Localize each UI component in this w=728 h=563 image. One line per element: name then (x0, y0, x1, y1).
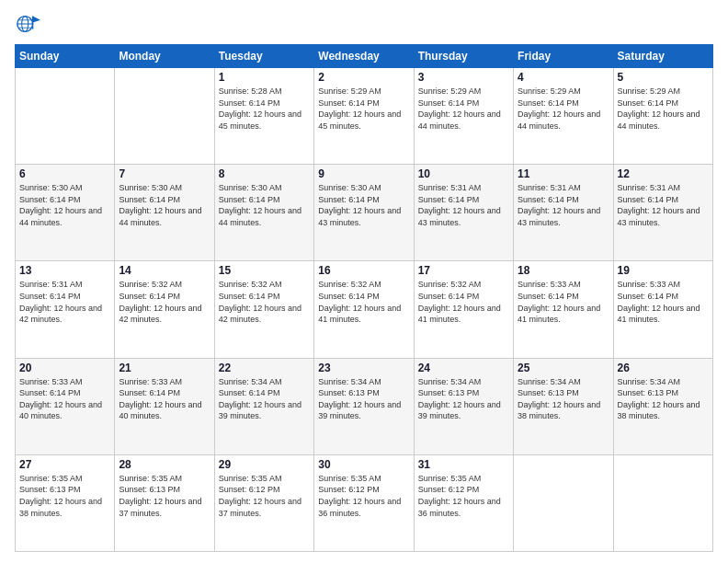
day-number: 2 (318, 71, 409, 84)
day-number: 14 (119, 264, 210, 277)
day-info: Sunrise: 5:31 AMSunset: 6:14 PMDaylight:… (19, 279, 110, 325)
calendar-cell: 26Sunrise: 5:34 AMSunset: 6:13 PMDayligh… (613, 358, 712, 454)
day-number: 29 (219, 458, 310, 471)
day-info: Sunrise: 5:32 AMSunset: 6:14 PMDaylight:… (219, 279, 310, 325)
calendar-table: SundayMondayTuesdayWednesdayThursdayFrid… (15, 44, 713, 552)
calendar-header-row: SundayMondayTuesdayWednesdayThursdayFrid… (16, 45, 713, 68)
logo-icon (15, 11, 40, 37)
calendar-day-header: Tuesday (214, 45, 313, 68)
day-info: Sunrise: 5:30 AMSunset: 6:14 PMDaylight:… (318, 182, 409, 228)
day-info: Sunrise: 5:34 AMSunset: 6:14 PMDaylight:… (219, 376, 310, 422)
calendar-week-row: 27Sunrise: 5:35 AMSunset: 6:13 PMDayligh… (16, 454, 713, 551)
svg-rect-7 (32, 17, 33, 29)
day-number: 22 (219, 362, 310, 374)
calendar-cell (115, 68, 214, 165)
day-info: Sunrise: 5:33 AMSunset: 6:14 PMDaylight:… (119, 376, 210, 422)
day-number: 21 (119, 362, 210, 374)
day-number: 27 (19, 458, 110, 471)
calendar-cell: 23Sunrise: 5:34 AMSunset: 6:13 PMDayligh… (314, 358, 414, 454)
calendar-cell: 15Sunrise: 5:32 AMSunset: 6:14 PMDayligh… (214, 261, 313, 358)
day-number: 7 (119, 167, 210, 180)
day-info: Sunrise: 5:30 AMSunset: 6:14 PMDaylight:… (219, 182, 310, 228)
day-number: 24 (418, 362, 509, 374)
day-info: Sunrise: 5:28 AMSunset: 6:14 PMDaylight:… (219, 86, 310, 132)
day-number: 1 (219, 71, 310, 84)
calendar-cell: 11Sunrise: 5:31 AMSunset: 6:14 PMDayligh… (514, 165, 613, 261)
day-number: 31 (418, 458, 509, 471)
day-number: 15 (219, 264, 310, 277)
day-info: Sunrise: 5:29 AMSunset: 6:14 PMDaylight:… (518, 86, 609, 132)
day-number: 26 (618, 362, 709, 374)
day-info: Sunrise: 5:29 AMSunset: 6:14 PMDaylight:… (318, 86, 409, 132)
calendar-cell: 22Sunrise: 5:34 AMSunset: 6:14 PMDayligh… (214, 358, 313, 454)
calendar-cell: 25Sunrise: 5:34 AMSunset: 6:13 PMDayligh… (514, 358, 613, 454)
calendar-cell: 16Sunrise: 5:32 AMSunset: 6:14 PMDayligh… (314, 261, 414, 358)
day-info: Sunrise: 5:35 AMSunset: 6:13 PMDaylight:… (119, 473, 210, 519)
day-info: Sunrise: 5:33 AMSunset: 6:14 PMDaylight:… (518, 279, 609, 325)
day-number: 16 (318, 264, 409, 277)
day-number: 8 (219, 167, 310, 180)
day-number: 25 (518, 362, 609, 374)
calendar-day-header: Friday (514, 45, 613, 68)
calendar-cell: 12Sunrise: 5:31 AMSunset: 6:14 PMDayligh… (613, 165, 712, 261)
page: SundayMondayTuesdayWednesdayThursdayFrid… (0, 0, 728, 563)
day-info: Sunrise: 5:32 AMSunset: 6:14 PMDaylight:… (318, 279, 409, 325)
day-number: 11 (518, 167, 609, 180)
calendar-cell: 14Sunrise: 5:32 AMSunset: 6:14 PMDayligh… (115, 261, 214, 358)
day-info: Sunrise: 5:35 AMSunset: 6:12 PMDaylight:… (418, 473, 509, 519)
day-number: 19 (618, 264, 709, 277)
calendar-day-header: Thursday (414, 45, 513, 68)
day-number: 23 (318, 362, 409, 374)
day-number: 30 (318, 458, 409, 471)
day-info: Sunrise: 5:32 AMSunset: 6:14 PMDaylight:… (119, 279, 210, 325)
calendar-cell: 6Sunrise: 5:30 AMSunset: 6:14 PMDaylight… (16, 165, 115, 261)
calendar-cell (16, 68, 115, 165)
calendar-cell (514, 454, 613, 551)
day-info: Sunrise: 5:34 AMSunset: 6:13 PMDaylight:… (418, 376, 509, 422)
calendar-cell: 24Sunrise: 5:34 AMSunset: 6:13 PMDayligh… (414, 358, 513, 454)
day-number: 28 (119, 458, 210, 471)
day-number: 10 (418, 167, 509, 180)
calendar-cell: 27Sunrise: 5:35 AMSunset: 6:13 PMDayligh… (16, 454, 115, 551)
calendar-cell: 9Sunrise: 5:30 AMSunset: 6:14 PMDaylight… (314, 165, 414, 261)
calendar-cell: 31Sunrise: 5:35 AMSunset: 6:12 PMDayligh… (414, 454, 513, 551)
day-info: Sunrise: 5:30 AMSunset: 6:14 PMDaylight:… (19, 182, 110, 228)
calendar-cell: 13Sunrise: 5:31 AMSunset: 6:14 PMDayligh… (16, 261, 115, 358)
day-info: Sunrise: 5:31 AMSunset: 6:14 PMDaylight:… (418, 182, 509, 228)
calendar-cell: 10Sunrise: 5:31 AMSunset: 6:14 PMDayligh… (414, 165, 513, 261)
calendar-cell: 18Sunrise: 5:33 AMSunset: 6:14 PMDayligh… (514, 261, 613, 358)
logo (15, 11, 42, 37)
calendar-week-row: 6Sunrise: 5:30 AMSunset: 6:14 PMDaylight… (16, 165, 713, 261)
day-number: 9 (318, 167, 409, 180)
calendar-cell: 19Sunrise: 5:33 AMSunset: 6:14 PMDayligh… (613, 261, 712, 358)
calendar-day-header: Sunday (16, 45, 115, 68)
day-info: Sunrise: 5:35 AMSunset: 6:12 PMDaylight:… (318, 473, 409, 519)
day-number: 3 (418, 71, 509, 84)
day-number: 18 (518, 264, 609, 277)
header (15, 11, 713, 37)
calendar-cell: 1Sunrise: 5:28 AMSunset: 6:14 PMDaylight… (214, 68, 313, 165)
calendar-cell: 4Sunrise: 5:29 AMSunset: 6:14 PMDaylight… (514, 68, 613, 165)
day-number: 4 (518, 71, 609, 84)
day-number: 13 (19, 264, 110, 277)
calendar-cell: 2Sunrise: 5:29 AMSunset: 6:14 PMDaylight… (314, 68, 414, 165)
day-info: Sunrise: 5:33 AMSunset: 6:14 PMDaylight:… (19, 376, 110, 422)
day-number: 5 (618, 71, 709, 84)
day-info: Sunrise: 5:31 AMSunset: 6:14 PMDaylight:… (518, 182, 609, 228)
day-number: 6 (19, 167, 110, 180)
calendar-week-row: 20Sunrise: 5:33 AMSunset: 6:14 PMDayligh… (16, 358, 713, 454)
day-info: Sunrise: 5:34 AMSunset: 6:13 PMDaylight:… (318, 376, 409, 422)
calendar-week-row: 13Sunrise: 5:31 AMSunset: 6:14 PMDayligh… (16, 261, 713, 358)
day-number: 20 (19, 362, 110, 374)
day-info: Sunrise: 5:34 AMSunset: 6:13 PMDaylight:… (618, 376, 709, 422)
calendar-day-header: Wednesday (314, 45, 414, 68)
day-info: Sunrise: 5:35 AMSunset: 6:13 PMDaylight:… (19, 473, 110, 519)
calendar-cell: 7Sunrise: 5:30 AMSunset: 6:14 PMDaylight… (115, 165, 214, 261)
calendar-week-row: 1Sunrise: 5:28 AMSunset: 6:14 PMDaylight… (16, 68, 713, 165)
calendar-day-header: Monday (115, 45, 214, 68)
day-info: Sunrise: 5:29 AMSunset: 6:14 PMDaylight:… (418, 86, 509, 132)
day-number: 17 (418, 264, 509, 277)
calendar-cell: 5Sunrise: 5:29 AMSunset: 6:14 PMDaylight… (613, 68, 712, 165)
day-info: Sunrise: 5:33 AMSunset: 6:14 PMDaylight:… (618, 279, 709, 325)
calendar-cell (613, 454, 712, 551)
